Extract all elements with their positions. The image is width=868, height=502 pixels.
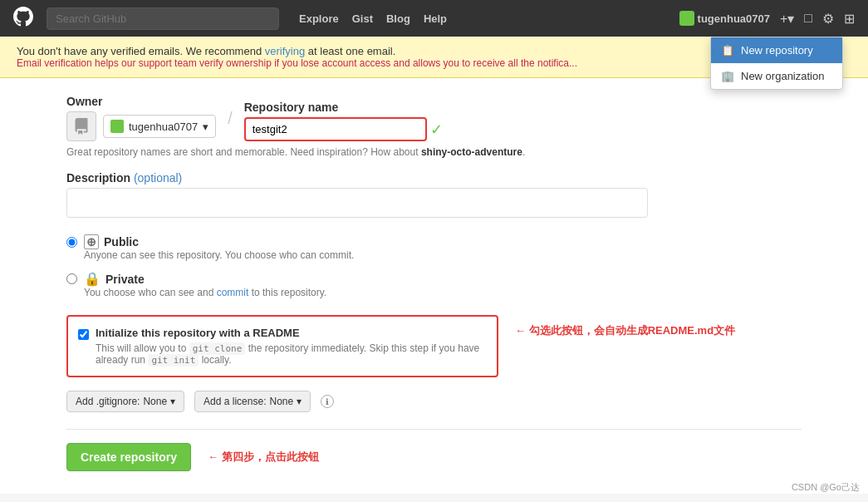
gitignore-select[interactable]: Add .gitignore: None ▾ [66, 391, 184, 412]
license-arrow: ▾ [297, 396, 302, 407]
signout-icon[interactable]: ⊞ [844, 11, 855, 27]
public-option: ⊕ Public Anyone can see this repository.… [66, 234, 802, 261]
step3-annotation: ← 勾选此按钮，会自动生成README.md文件 [515, 315, 735, 338]
navbar-links: Explore Gist Blog Help [299, 12, 447, 25]
owner-value: tugenhua0707 [129, 121, 198, 133]
description-input[interactable] [66, 188, 648, 218]
username-label: tugenhua0707 [698, 12, 770, 25]
public-title: ⊕ Public [84, 234, 354, 249]
desc-optional: (optional) [134, 171, 182, 185]
org-icon: 🏢 [721, 70, 734, 82]
navbar: Explore Gist Blog Help tugenhua0707 +▾ □… [0, 0, 868, 37]
init-section: Initialize this repository with a README… [66, 315, 498, 377]
init-desc: This will allow you to git clone the rep… [96, 342, 487, 366]
license-value: None [269, 396, 293, 407]
license-select[interactable]: Add a license: None ▾ [194, 391, 311, 412]
repo-type-icon [66, 111, 96, 141]
watermark: CSDN @Go己达 [792, 481, 860, 494]
public-radio[interactable] [66, 237, 77, 248]
owner-select[interactable]: tugenhua0707 ▾ [103, 115, 216, 138]
owner-avatar-small [110, 120, 124, 133]
init-row: Initialize this repository with a README… [78, 327, 487, 366]
dropdowns-row: Add .gitignore: None ▾ Add a license: No… [66, 391, 802, 412]
repo-icon: 📋 [721, 44, 734, 57]
navbar-right: tugenhua0707 +▾ □ ⚙ ⊞ [679, 11, 855, 27]
init-title: Initialize this repository with a README [96, 327, 487, 339]
verifying-link[interactable]: verifying [265, 45, 305, 57]
owner-label: Owner [66, 95, 216, 108]
search-input[interactable] [47, 7, 279, 30]
alert-main: You don't have any verified emails. We r… [17, 45, 265, 57]
git-clone-code: git clone [189, 342, 246, 355]
owner-group: Owner tugenhua0707 ▾ [66, 95, 216, 141]
repo-name-group: Repository name ✓ [244, 101, 443, 141]
desc-label: Description (optional) [66, 171, 802, 185]
description-group: Description (optional) [66, 171, 802, 234]
info-icon[interactable]: ℹ [321, 395, 334, 408]
hint-text: Great repository names are short and mem… [66, 146, 802, 158]
private-option: 🔒 Private You choose who can see and com… [66, 271, 802, 298]
init-checkbox[interactable] [78, 329, 89, 340]
main-content: Owner tugenhua0707 ▾ / Repository name ✓ [0, 78, 868, 494]
public-desc: Anyone can see this repository. You choo… [84, 249, 354, 261]
gitignore-label: Add .gitignore: [76, 396, 140, 407]
private-desc: You choose who can see and commit to thi… [84, 287, 326, 298]
new-repository-label: New repository [741, 44, 813, 57]
divider [66, 429, 802, 430]
help-link[interactable]: Help [424, 12, 447, 25]
visibility-group: ⊕ Public Anyone can see this repository.… [66, 234, 802, 298]
lock-icon: 🔒 [84, 271, 101, 287]
user-avatar [679, 11, 694, 26]
license-label: Add a license: [204, 396, 266, 407]
alert-main2: at least one email. [305, 45, 395, 57]
private-title: 🔒 Private [84, 271, 326, 287]
gear-icon[interactable]: ⚙ [822, 11, 834, 27]
monitor-icon[interactable]: □ [804, 11, 812, 26]
plus-icon[interactable]: +▾ [780, 11, 794, 27]
blog-link[interactable]: Blog [386, 12, 410, 25]
explore-link[interactable]: Explore [299, 12, 339, 25]
private-radio[interactable] [66, 273, 77, 284]
new-repository-item[interactable]: 📋 New repository [711, 37, 842, 63]
create-repository-button[interactable]: Create repository [66, 443, 191, 471]
owner-dropdown-arrow: ▾ [203, 121, 208, 133]
check-icon: ✓ [430, 121, 443, 139]
globe-icon: ⊕ [84, 234, 99, 249]
new-organization-label: New organization [741, 70, 824, 82]
gitignore-value: None [143, 396, 167, 407]
public-content: ⊕ Public Anyone can see this repository.… [84, 234, 354, 261]
gist-link[interactable]: Gist [352, 12, 373, 25]
repo-name-label: Repository name [244, 101, 443, 114]
commit-link[interactable]: commit [217, 287, 249, 298]
repo-name-input[interactable] [244, 117, 427, 141]
github-logo[interactable] [13, 7, 33, 31]
private-content: 🔒 Private You choose who can see and com… [84, 271, 326, 298]
slash-separator: / [224, 109, 236, 128]
gitignore-arrow: ▾ [170, 396, 175, 407]
new-organization-item[interactable]: 🏢 New organization [711, 63, 842, 89]
init-content: Initialize this repository with a README… [96, 327, 487, 366]
git-init-code: git init [148, 354, 199, 367]
step4-annotation: ← 第四步，点击此按钮 [208, 450, 319, 465]
dropdown-menu: 📋 New repository 🏢 New organization [710, 37, 843, 90]
